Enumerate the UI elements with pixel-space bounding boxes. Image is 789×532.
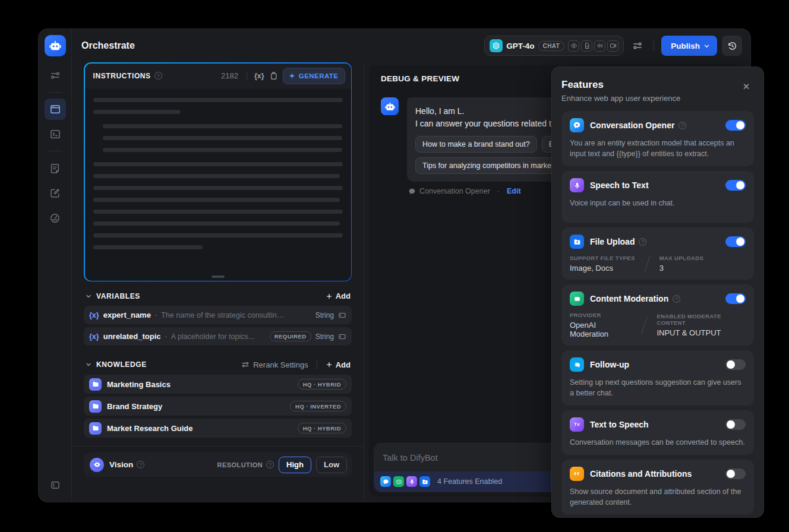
help-icon[interactable] xyxy=(673,295,680,303)
citations-toggle[interactable] xyxy=(725,468,746,479)
top-bar: Orchestrate GPT-4o CHAT xyxy=(72,29,750,62)
help-icon[interactable] xyxy=(266,461,274,468)
annotation-icon[interactable] xyxy=(45,182,66,204)
speech-to-text-icon xyxy=(570,178,584,192)
suggested-question-chip[interactable]: Tips for analyzing competitors in market… xyxy=(415,157,570,174)
insert-variable-icon[interactable]: {x} xyxy=(254,72,264,80)
chevron-down-icon[interactable] xyxy=(85,361,92,368)
file-upload-icon xyxy=(570,235,584,249)
follow-up-toggle[interactable] xyxy=(725,359,746,370)
features-panel: Features Enhance web app user experience… xyxy=(551,66,764,518)
speech-to-text-toggle[interactable] xyxy=(725,180,746,191)
video-icon xyxy=(607,40,618,52)
resolution-low-button[interactable]: Low xyxy=(316,457,347,473)
feature-card-citations: Citations and Attributions Show source d… xyxy=(561,460,754,515)
knowledge-row[interactable]: Brand Strategy HQ · INVERTED xyxy=(84,397,352,416)
instructions-skeleton xyxy=(85,88,351,267)
knowledge-row[interactable]: Marketing Basics HQ · HYBRID xyxy=(84,375,352,394)
opener-source-label: Conversation Opener xyxy=(419,187,490,195)
suggested-question-chip[interactable]: How to make a brand stand out? xyxy=(415,136,537,153)
add-knowledge-button[interactable]: Add xyxy=(326,360,351,369)
rail-divider xyxy=(48,92,62,93)
document-icon xyxy=(581,40,592,52)
help-icon[interactable] xyxy=(678,122,686,129)
variable-token-icon: {x} xyxy=(89,311,99,319)
publish-label: Publish xyxy=(671,42,700,50)
left-rail xyxy=(39,29,72,502)
file-upload-toggle[interactable] xyxy=(725,236,746,247)
model-settings-icon[interactable] xyxy=(629,37,646,55)
knowledge-row[interactable]: Market Research Guide HQ · HYBRID xyxy=(84,419,352,438)
variable-row[interactable]: {x} expert_name The name of the strategi… xyxy=(84,306,352,324)
retrieval-badge: HQ · HYBRID xyxy=(298,379,346,390)
variable-token-icon: {x} xyxy=(89,332,99,341)
meta-divider xyxy=(642,316,648,334)
history-icon[interactable] xyxy=(722,36,742,56)
help-icon[interactable] xyxy=(639,238,646,246)
resize-handle[interactable] xyxy=(212,276,225,278)
copy-icon[interactable] xyxy=(269,71,278,80)
instructions-editor[interactable]: INSTRUCTIONS 2182 {x} ✦ GENERATE xyxy=(85,64,351,281)
chevron-down-icon[interactable] xyxy=(85,293,92,300)
conversation-opener-icon xyxy=(408,188,416,195)
svg-text:T: T xyxy=(574,422,577,427)
collapse-sidebar-icon[interactable] xyxy=(45,474,66,496)
close-icon[interactable]: ✕ xyxy=(738,79,754,94)
vision-icon xyxy=(568,40,579,52)
edit-opener-link[interactable]: Edit xyxy=(507,187,521,195)
features-enabled-text: 4 Features Enabled xyxy=(437,477,502,486)
model-selector[interactable]: GPT-4o CHAT xyxy=(484,36,624,56)
dot-separator xyxy=(154,310,157,321)
dot-separator xyxy=(164,331,167,342)
text-to-speech-toggle[interactable] xyxy=(725,419,746,430)
follow-up-icon xyxy=(570,357,584,372)
model-name: GPT-4o xyxy=(506,42,534,50)
header-divider xyxy=(654,41,654,50)
monitoring-icon[interactable] xyxy=(45,207,66,229)
orchestrate-window-icon[interactable] xyxy=(45,99,66,120)
publish-button[interactable]: Publish xyxy=(661,36,717,56)
chevron-down-icon xyxy=(703,43,710,49)
robot-app-icon[interactable] xyxy=(45,35,66,56)
text-to-speech-icon: T xyxy=(570,417,584,432)
dot-separator xyxy=(497,187,500,195)
variable-type: String xyxy=(315,332,334,341)
conversation-opener-toggle[interactable] xyxy=(725,120,746,131)
generate-button[interactable]: ✦ GENERATE xyxy=(283,68,345,84)
folder-icon xyxy=(89,422,102,435)
file-upload-icon xyxy=(419,476,430,487)
variable-type: String xyxy=(315,311,334,319)
content-moderation-toggle[interactable] xyxy=(725,293,746,304)
feature-card-follow-up: Follow-up Setting up next questions sugg… xyxy=(561,350,754,406)
sparkle-icon: ✦ xyxy=(289,72,295,80)
add-variable-button[interactable]: Add xyxy=(326,292,351,300)
meta-divider xyxy=(644,255,650,273)
conversation-opener-icon xyxy=(570,118,584,132)
tools-divider xyxy=(247,71,247,81)
feature-card-speech-to-text: Speech to Text Voice input can be used i… xyxy=(561,171,754,223)
rerank-settings-button[interactable]: Rerank Settings xyxy=(241,360,308,369)
openai-icon xyxy=(490,39,503,52)
required-badge: REQUIRED xyxy=(270,331,311,341)
feature-card-content-moderation: Content Moderation PROVIDER OpenAI Moder… xyxy=(561,284,754,346)
conversation-opener-icon xyxy=(380,476,391,487)
terminal-icon[interactable] xyxy=(45,124,66,145)
sliders-icon xyxy=(241,360,250,369)
resolution-high-button[interactable]: High xyxy=(279,457,311,473)
logs-icon[interactable] xyxy=(45,157,66,179)
page-title: Orchestrate xyxy=(81,40,135,51)
retrieval-badge: HQ · INVERTED xyxy=(290,401,346,411)
retrieval-badge: HQ · HYBRID xyxy=(298,423,346,433)
eye-icon xyxy=(90,458,104,472)
instructions-title: INSTRUCTIONS xyxy=(93,72,151,80)
help-icon[interactable] xyxy=(154,72,162,80)
folder-icon xyxy=(89,378,102,391)
variable-row[interactable]: {x} unrelated_topic A placeholder for to… xyxy=(84,327,352,346)
sliders-icon[interactable] xyxy=(45,65,66,86)
generate-label: GENERATE xyxy=(299,72,339,80)
actions-divider xyxy=(317,360,317,369)
vision-setting: Vision RESOLUTION High Low xyxy=(84,452,352,477)
help-icon[interactable] xyxy=(137,461,144,468)
text-input-icon xyxy=(338,332,346,341)
orchestrate-config-panel: INSTRUCTIONS 2182 {x} ✦ GENERATE xyxy=(72,62,364,502)
